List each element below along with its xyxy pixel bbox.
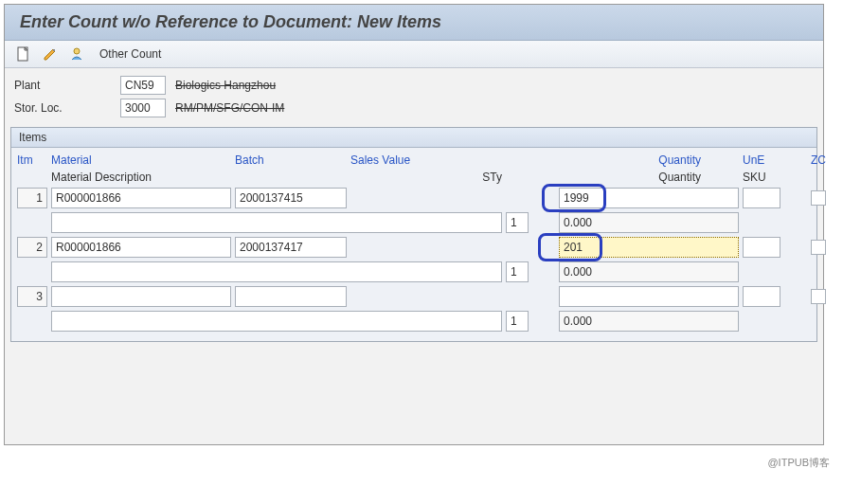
table-sub-row: 1 0.000 [17, 261, 811, 282]
col-sku: SKU [743, 171, 807, 184]
quantity-sub-input[interactable]: 0.000 [559, 212, 739, 233]
items-panel: Items Itm Material Batch Sales Value Qua… [10, 127, 817, 342]
storage-location-input[interactable]: 3000 [120, 99, 166, 117]
svg-point-4 [74, 48, 80, 54]
new-document-icon[interactable] [14, 45, 33, 63]
sty-input[interactable]: 1 [506, 212, 529, 233]
col-batch: Batch [235, 153, 347, 167]
sty-input[interactable]: 1 [506, 261, 529, 282]
table-sub-row: 1 0.000 [17, 311, 811, 332]
table-row: 3 [17, 286, 811, 307]
item-number[interactable]: 2 [17, 237, 47, 258]
svg-rect-3 [53, 49, 55, 51]
batch-input[interactable] [235, 286, 347, 307]
col-zc: ZC [811, 153, 832, 167]
watermark: @ITPUB博客 [767, 456, 830, 470]
col-sales-value: Sales Value [350, 153, 445, 167]
grid-header-row: Itm Material Batch Sales Value Quantity … [17, 153, 811, 167]
other-count-button[interactable]: Other Count [94, 47, 167, 61]
plant-label: Plant [14, 79, 120, 92]
zc-checkbox[interactable] [811, 190, 826, 206]
material-input[interactable]: R000001866 [51, 237, 231, 258]
batch-input[interactable]: 2000137417 [235, 237, 347, 258]
grid-subheader-row: Material Description STy Quantity SKU [17, 171, 811, 184]
zc-checkbox[interactable] [811, 240, 826, 255]
col-quantity: Quantity [559, 153, 739, 167]
table-row: 2 R000001866 2000137417 201 [17, 237, 811, 258]
quantity-sub-input[interactable]: 0.000 [559, 311, 739, 332]
items-panel-title: Items [11, 128, 816, 148]
material-input[interactable]: R000001866 [51, 188, 231, 208]
item-number[interactable]: 1 [17, 188, 47, 208]
sty-input[interactable]: 1 [506, 311, 529, 332]
item-number[interactable]: 3 [17, 286, 47, 307]
edit-icon[interactable] [41, 45, 60, 63]
col-sty: STy [449, 171, 502, 184]
material-input[interactable] [51, 286, 231, 307]
material-description-input[interactable] [51, 212, 502, 233]
col-material-desc: Material Description [51, 171, 231, 184]
une-input[interactable] [743, 286, 780, 307]
une-input[interactable] [743, 237, 780, 258]
plant-description: Biologics Hangzhou [170, 79, 281, 92]
batch-input[interactable]: 2000137415 [235, 188, 347, 208]
col-itm: Itm [17, 153, 47, 167]
table-sub-row: 1 0.000 [17, 212, 811, 233]
material-description-input[interactable] [51, 311, 502, 332]
other-count-icon[interactable] [67, 45, 86, 63]
storage-location-label: Stor. Loc. [14, 101, 120, 115]
page-title: Enter Count w/o Reference to Document: N… [5, 5, 823, 41]
quantity-input[interactable]: 1999 [559, 188, 739, 208]
material-description-input[interactable] [51, 261, 502, 282]
quantity-input[interactable] [559, 286, 739, 307]
table-row: 1 R000001866 2000137415 1999 [17, 188, 811, 208]
une-input[interactable] [743, 188, 780, 208]
toolbar: Other Count [5, 41, 823, 68]
col-quantity-sub: Quantity [559, 171, 739, 184]
col-material: Material [51, 153, 231, 167]
plant-code-input[interactable]: CN59 [120, 76, 166, 95]
zc-checkbox[interactable] [811, 289, 826, 304]
quantity-input[interactable]: 201 [559, 237, 739, 258]
col-une: UnE [743, 153, 807, 167]
storage-location-description: RM/PM/SFG/CON-IM [170, 101, 290, 115]
quantity-sub-input[interactable]: 0.000 [559, 261, 739, 282]
